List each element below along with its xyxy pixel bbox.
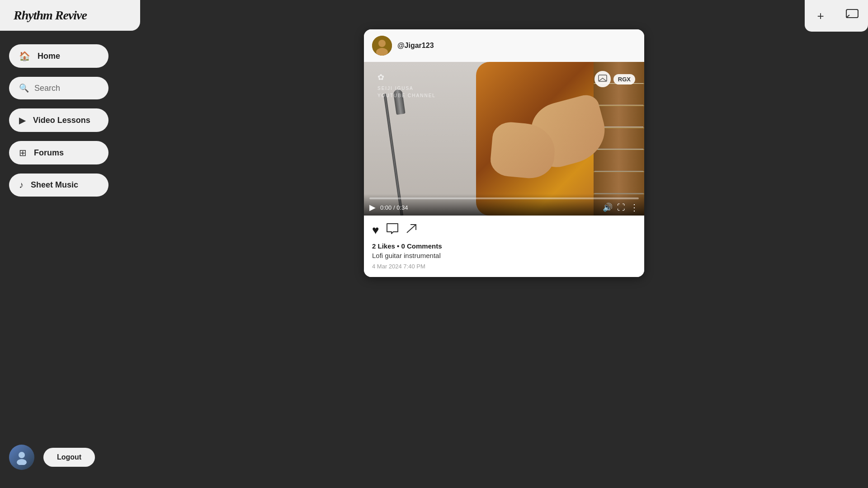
- logout-button[interactable]: Logout: [43, 448, 95, 467]
- forums-icon: ⊞: [19, 147, 27, 158]
- comment-button[interactable]: [386, 223, 399, 238]
- volume-button[interactable]: 🔊: [603, 202, 613, 212]
- controls-row: ▶ 0:00 / 0:34 🔊 ⛶ ⋮: [369, 202, 639, 213]
- music-icon: ♪: [19, 180, 24, 190]
- logo-container: Rhythm Revive: [0, 0, 140, 31]
- sidebar-item-forums-label: Forums: [34, 148, 64, 158]
- app-logo: Rhythm Revive: [14, 8, 87, 22]
- svg-line-7: [407, 225, 416, 233]
- sidebar: Rhythm Revive 🏠 Home 🔍 Search ▶ Video Le…: [0, 0, 140, 488]
- post-caption: Lofi guitar instrumental: [372, 252, 636, 259]
- post-username: @Jigar123: [397, 42, 434, 50]
- watermark-line2: YOUTUBE CHANNEL: [377, 92, 436, 99]
- rgx-icon: [594, 71, 611, 87]
- video-container: ✿ SEIJI IGUSA YOUTUBE CHANNEL RGX: [364, 62, 644, 216]
- sidebar-item-video-lessons[interactable]: ▶ Video Lessons: [9, 108, 108, 132]
- post-stats: 2 Likes • 0 Comments: [372, 242, 636, 250]
- action-icons: ♥: [372, 223, 636, 238]
- sidebar-item-video-lessons-label: Video Lessons: [33, 116, 90, 125]
- sidebar-item-forums[interactable]: ⊞ Forums: [9, 141, 108, 164]
- sidebar-item-home[interactable]: 🏠 Home: [9, 44, 108, 68]
- more-options-button[interactable]: ⋮: [630, 202, 639, 213]
- time-display: 0:00 / 0:34: [380, 204, 408, 211]
- watermark-logo: ✿: [377, 71, 436, 84]
- post-avatar: [372, 36, 392, 56]
- search-icon: 🔍: [19, 83, 29, 93]
- svg-point-4: [378, 40, 386, 47]
- user-avatar: [9, 445, 34, 470]
- controls-left: ▶ 0:00 / 0:34: [369, 202, 408, 212]
- post-header: @Jigar123: [364, 29, 644, 62]
- play-icon: ▶: [19, 115, 26, 126]
- svg-point-0: [19, 452, 25, 458]
- sidebar-item-search[interactable]: 🔍 Search: [9, 77, 108, 99]
- nav-items: 🏠 Home 🔍 Search ▶ Video Lessons ⊞ Forums…: [0, 44, 140, 436]
- controls-right: 🔊 ⛶ ⋮: [603, 202, 639, 213]
- sidebar-item-sheet-music-label: Sheet Music: [31, 180, 78, 190]
- svg-point-1: [17, 459, 27, 465]
- share-button[interactable]: [406, 223, 418, 238]
- post-card: @Jigar123: [364, 29, 644, 277]
- sidebar-item-sheet-music[interactable]: ♪ Sheet Music: [9, 174, 108, 197]
- sidebar-bottom: Logout: [0, 436, 104, 479]
- post-timestamp: 4 Mar 2024 7:40 PM: [372, 263, 636, 270]
- home-icon: 🏠: [19, 51, 30, 61]
- sidebar-item-home-label: Home: [38, 52, 60, 61]
- play-button[interactable]: ▶: [369, 202, 376, 212]
- post-footer: ♥ 2 Likes • 0 Comments Lofi guitar instr…: [364, 216, 644, 277]
- sidebar-item-search-label: Search: [34, 84, 60, 93]
- rgx-badge: RGX: [594, 71, 635, 87]
- rgx-label: RGX: [613, 74, 635, 84]
- video-watermark: ✿ SEIJI IGUSA YOUTUBE CHANNEL: [377, 71, 436, 99]
- watermark-line1: SEIJI IGUSA: [377, 85, 436, 92]
- fullscreen-button[interactable]: ⛶: [617, 203, 625, 212]
- video-controls: ▶ 0:00 / 0:34 🔊 ⛶ ⋮: [364, 194, 644, 216]
- progress-bar[interactable]: [369, 197, 639, 199]
- like-button[interactable]: ♥: [372, 223, 379, 237]
- video-scene: ✿ SEIJI IGUSA YOUTUBE CHANNEL RGX: [364, 62, 644, 216]
- main-content: @Jigar123: [140, 0, 868, 488]
